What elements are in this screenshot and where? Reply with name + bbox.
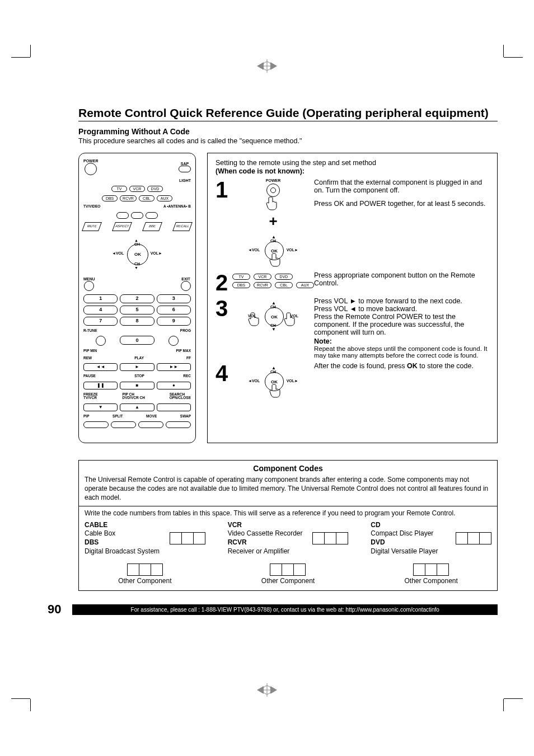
light-label: LIGHT (179, 179, 191, 182)
opnclose-label: OPN/CLOSE (170, 396, 191, 400)
cbl-button: CBL (139, 195, 154, 201)
play-label: PLAY (134, 356, 144, 360)
num-3: 3 (157, 294, 191, 303)
swap-label: SWAP (180, 415, 191, 419)
step-4-text: After the code is found, press OK to sto… (314, 362, 489, 370)
tv-button: TV (111, 186, 127, 192)
rtune-label: R-TUNE (83, 329, 97, 333)
rew-label: REW (83, 356, 92, 360)
step-1-number: 1 (216, 179, 232, 201)
plus-icon: + (269, 213, 277, 230)
pipch-button-icon: ▲ (120, 403, 154, 411)
nav-pad: ▲CH ◄VOL OK VOL► CH▼ (112, 234, 162, 274)
split-label: SPLIT (113, 415, 123, 419)
hand-icon (268, 382, 285, 399)
dbs-button: DBS (102, 195, 118, 201)
pause-label: PAUSE (83, 374, 96, 378)
num-1: 1 (83, 294, 118, 303)
code-rcvr-desc: Receiver or Amplifier (228, 547, 290, 555)
code-dvd-desc: Digital Versatile Player (371, 547, 438, 555)
code-input-vcr[interactable] (312, 532, 348, 544)
num-6: 6 (157, 306, 191, 314)
component-codes-para1: The Universal Remote Control is capable … (85, 475, 491, 503)
aspect-button: ASPECT (112, 222, 132, 231)
move-button-icon (138, 421, 163, 428)
prog-button-icon (168, 336, 179, 346)
code-cd-label: CD (371, 521, 380, 529)
code-cd-desc: Compact Disc Player (371, 529, 433, 537)
move-label: MOVE (146, 415, 157, 419)
recall-button: RECALL (172, 222, 193, 231)
dvdvcrch-label: DVD/VCR CH (122, 396, 144, 400)
step-2-text: Press appropriate component button on th… (314, 271, 489, 287)
pip-button-icon (83, 421, 109, 428)
code-input-other-1[interactable] (127, 564, 163, 576)
step-2-number: 2 (216, 271, 232, 294)
code-cable-label: CABLE (85, 521, 107, 529)
step-1-text-1: Confirm that the external component is p… (314, 179, 489, 194)
code-dvd-label: DVD (371, 538, 385, 546)
swap-button-icon (166, 421, 191, 428)
remote-diagram: POWER SAP LIGHT TV VCR DVD (78, 153, 196, 443)
antenna-button-icon (146, 212, 158, 219)
code-dbs-desc: Digital Broadcast System (85, 547, 160, 555)
antenna-label: A •ANTENNA• B (163, 205, 191, 209)
setting-line: Setting to the remote using the step and… (216, 159, 489, 167)
step-3-note-head: Note: (314, 337, 489, 345)
code-input-cable[interactable] (170, 532, 205, 544)
code-vcr-desc: Video Cassette Recorder (228, 529, 303, 537)
rcvr-button: RCVR (120, 195, 137, 201)
page-number: 90 (48, 602, 61, 617)
setting-sub: (When code is not known): (216, 167, 489, 175)
pause-button-icon: ❚❚ (83, 382, 118, 389)
component-codes-para2: Write the code numbers from tables in th… (85, 509, 491, 518)
ff-button-icon: ►► (157, 363, 191, 371)
split-button-icon (111, 421, 136, 428)
menu-button-icon (84, 281, 94, 291)
num-5: 5 (120, 306, 154, 314)
code-input-cd[interactable] (456, 532, 491, 544)
sap-button-icon (179, 166, 191, 172)
page-title: Remote Control Quick Reference Guide (Op… (78, 106, 498, 121)
code-rcvr-label: RCVR (228, 538, 247, 546)
menu-label: MENU (83, 277, 95, 281)
code-input-other-2[interactable] (270, 564, 306, 576)
num-8: 8 (120, 317, 154, 326)
sap-label: SAP (181, 162, 189, 166)
num-2: 2 (120, 294, 154, 303)
power-button-icon (85, 163, 97, 175)
exit-button-icon (181, 281, 191, 291)
code-input-other-3[interactable] (413, 564, 449, 576)
step-4-navpad: ▲ CH ◄VOL OK VOL► (248, 362, 298, 399)
arrows-button-icon (131, 212, 143, 219)
stop-label: STOP (134, 374, 144, 378)
step-4-number: 4 (216, 362, 232, 384)
hand-icon (268, 251, 285, 268)
num-4: 4 (83, 306, 118, 314)
ff-label: FF (186, 356, 191, 360)
other-component-1: Other Component (118, 577, 171, 585)
registration-mark-bottom (257, 685, 277, 694)
play-button-icon: ► (120, 363, 154, 371)
rew-button-icon: ◄◄ (83, 363, 118, 371)
exit-label: EXIT (181, 277, 190, 281)
lead-text: This procedure searches all codes and is… (78, 137, 498, 145)
section-subhead: Programming Without A Code (78, 127, 498, 136)
tvvcr-label: TV/VCR (83, 396, 97, 400)
pipmax-label: PIP MAX (176, 349, 191, 353)
num-0: 0 (120, 336, 154, 345)
other-component-3: Other Component (404, 577, 457, 585)
power-label: POWER (83, 159, 98, 163)
other-component-2: Other Component (261, 577, 315, 585)
pipmin-label: PIP MIN (83, 349, 97, 353)
step-3-number: 3 (216, 297, 232, 320)
tvvideo-label: TV/VIDEO (83, 205, 100, 209)
step-1-text-2: Press OK and POWER together, for at leas… (314, 200, 489, 208)
code-dbs-label: DBS (85, 538, 99, 546)
stop-button-icon: ■ (120, 382, 154, 389)
hand-icon (283, 311, 299, 327)
registration-mark-top (257, 62, 277, 71)
tvvideo-button-icon (116, 212, 129, 219)
num-7: 7 (83, 317, 118, 326)
num-9: 9 (157, 317, 191, 326)
